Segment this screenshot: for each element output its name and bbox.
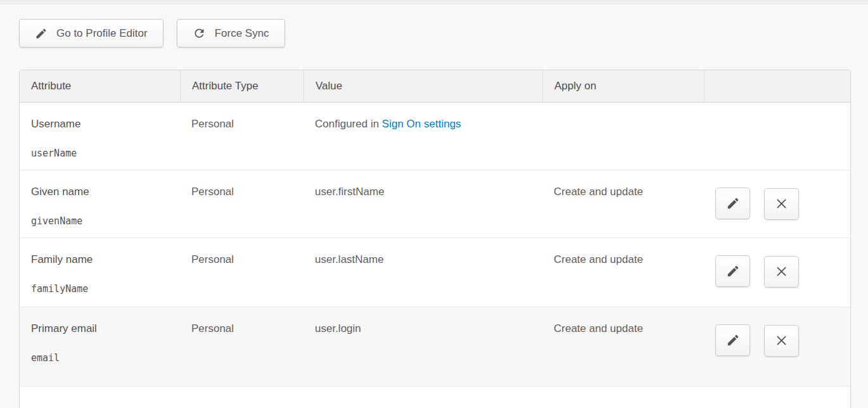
attribute-type: Personal: [191, 253, 234, 265]
top-edge-strip: [0, 0, 868, 4]
table-row-given-name: Given name givenName Personal user.first…: [20, 170, 850, 238]
delete-attribute-button[interactable]: [764, 256, 799, 288]
apply-on-value: Create and update: [554, 186, 643, 198]
force-sync-button[interactable]: Force Sync: [177, 19, 285, 48]
attribute-label: Username: [31, 118, 169, 131]
column-header-actions: [704, 70, 850, 103]
attribute-type: Personal: [191, 118, 234, 130]
force-sync-label: Force Sync: [215, 27, 269, 40]
pencil-icon: [35, 27, 48, 40]
attribute-variable: userName: [31, 148, 169, 159]
toolbar: Go to Profile Editor Force Sync: [19, 19, 285, 48]
attribute-label: Family name: [31, 253, 169, 266]
close-icon: [775, 334, 788, 347]
pencil-icon: [726, 264, 740, 278]
attribute-variable: email: [31, 352, 169, 364]
column-header-value: Value: [303, 70, 542, 103]
table-row-family-name: Family name familyName Personal user.las…: [20, 238, 850, 307]
edit-attribute-button[interactable]: [715, 255, 750, 287]
value-text: Configured in: [315, 118, 382, 130]
table-row-primary-email: Primary email email Personal user.login …: [20, 307, 850, 386]
refresh-icon: [193, 27, 206, 40]
table-row-username: Username userName Personal Configured in…: [20, 103, 850, 170]
column-header-attribute: Attribute: [20, 70, 180, 103]
value-expression: user.login: [315, 322, 361, 335]
apply-on-value: Create and update: [554, 253, 643, 265]
close-icon: [775, 265, 788, 278]
close-icon: [775, 197, 788, 210]
attribute-label: Given name: [31, 186, 169, 198]
column-header-attribute-type: Attribute Type: [180, 70, 303, 103]
go-to-profile-editor-button[interactable]: Go to Profile Editor: [19, 19, 163, 48]
attribute-type: Personal: [191, 186, 234, 198]
attribute-label: Primary email: [31, 322, 169, 335]
table-row-partial: [20, 386, 850, 408]
edit-attribute-button[interactable]: [715, 324, 750, 356]
attribute-type: Personal: [191, 322, 234, 335]
value-expression: user.firstName: [315, 186, 385, 198]
apply-on-value: Create and update: [554, 322, 643, 335]
sign-on-settings-link[interactable]: Sign On settings: [382, 118, 461, 130]
pencil-icon: [726, 333, 740, 347]
edit-attribute-button[interactable]: [715, 188, 750, 219]
attribute-variable: familyName: [31, 283, 169, 295]
table-header-row: Attribute Attribute Type Value Apply on: [20, 70, 850, 103]
attribute-mappings-table: Attribute Attribute Type Value Apply on …: [19, 70, 851, 408]
pencil-icon: [726, 196, 740, 210]
attribute-mappings-screen: Go to Profile Editor Force Sync Attribut…: [0, 0, 868, 408]
value-expression: user.lastName: [315, 253, 384, 265]
go-to-profile-editor-label: Go to Profile Editor: [56, 27, 148, 40]
delete-attribute-button[interactable]: [764, 188, 799, 220]
column-header-apply-on: Apply on: [542, 70, 704, 103]
delete-attribute-button[interactable]: [764, 325, 799, 357]
attribute-variable: givenName: [31, 215, 169, 227]
